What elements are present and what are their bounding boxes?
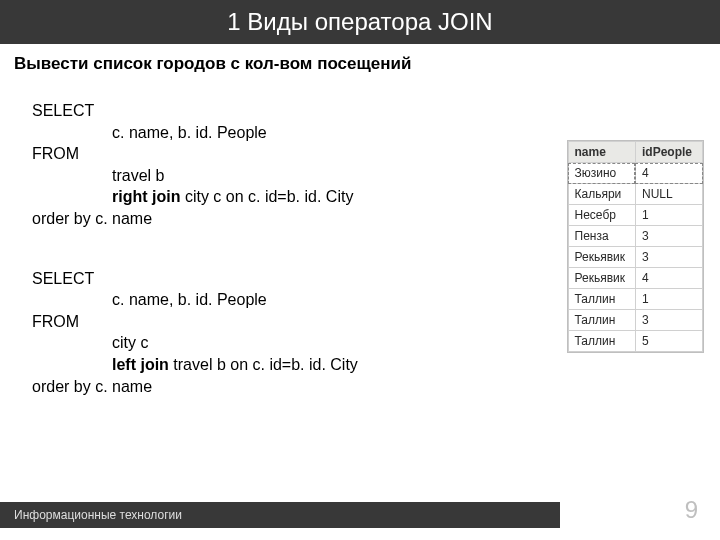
slide-title: 1 Виды оператора JOIN [227,8,492,36]
cell-name: Рекьявик [568,247,635,268]
cell-id: 3 [635,310,702,331]
sql2-order: order by c. name [24,376,696,398]
cell-name: Рекьявик [568,268,635,289]
slide: 1 Виды оператора JOIN Вывести список гор… [0,0,720,540]
cell-id: 5 [635,331,702,352]
col-idpeople-header: idPeople [635,142,702,163]
cell-name: Несебр [568,205,635,226]
cell-id: 3 [635,247,702,268]
page-number: 9 [685,496,698,524]
cell-name: Таллин [568,289,635,310]
cell-id: 1 [635,289,702,310]
table-row: Рекьявик3 [568,247,703,268]
table-row: КальяриNULL [568,184,703,205]
slide-subtitle: Вывести список городов с кол-вом посещен… [0,44,720,78]
table-row: Таллин5 [568,331,703,352]
footer: Информационные технологии 9 [0,502,720,528]
table-row: Таллин3 [568,310,703,331]
footer-bar: Информационные технологии [0,502,560,528]
table-row: Рекьявик4 [568,268,703,289]
title-bar: 1 Виды оператора JOIN [0,0,720,44]
cell-id: NULL [635,184,702,205]
cell-id: 4 [635,268,702,289]
sql2-join-kw: left join [112,356,173,373]
table-row: Таллин1 [568,289,703,310]
col-name-header: name [568,142,635,163]
cell-id: 4 [635,163,702,184]
table-header-row: name idPeople [568,142,703,163]
cell-id: 3 [635,226,702,247]
cell-name: Таллин [568,331,635,352]
footer-text: Информационные технологии [14,508,182,522]
cell-name: Пенза [568,226,635,247]
table-row: Зюзино4 [568,163,703,184]
sql1-join-kw: right join [112,188,185,205]
table-row: Пенза3 [568,226,703,247]
cell-name: Кальяри [568,184,635,205]
cell-name: Таллин [568,310,635,331]
sql1-join-rest: city c on c. id=b. id. City [185,188,354,205]
sql2-join-rest: travel b on c. id=b. id. City [173,356,358,373]
table-row: Несебр1 [568,205,703,226]
sql2-join: left join travel b on c. id=b. id. City [24,354,696,376]
cell-id: 1 [635,205,702,226]
sql1-select: SELECT [24,100,696,122]
result-table-grid: name idPeople Зюзино4 КальяриNULL Несебр… [568,141,704,352]
cell-name: Зюзино [568,163,635,184]
result-table: name idPeople Зюзино4 КальяриNULL Несебр… [567,140,705,353]
